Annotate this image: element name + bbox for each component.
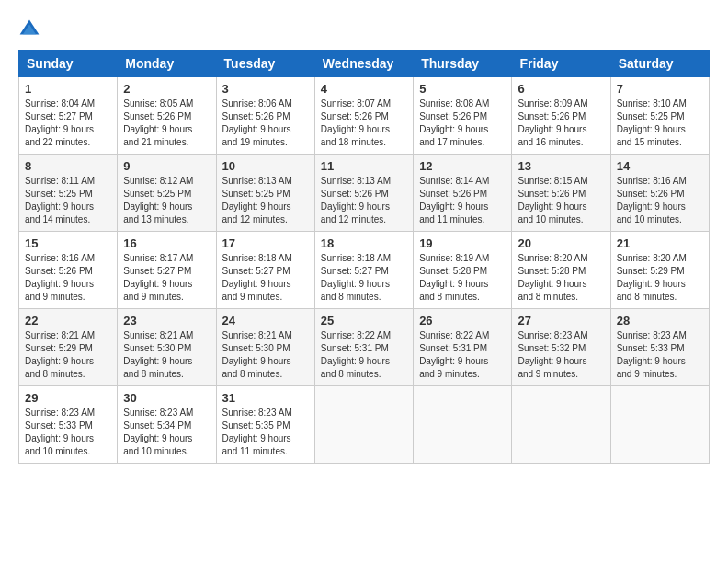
- week-row-1: 1 Sunrise: 8:04 AMSunset: 5:27 PMDayligh…: [19, 77, 710, 155]
- day-info: Sunrise: 8:04 AMSunset: 5:27 PMDaylight:…: [25, 98, 95, 147]
- weekday-header-friday: Friday: [512, 51, 610, 77]
- day-info: Sunrise: 8:08 AMSunset: 5:26 PMDaylight:…: [419, 98, 489, 147]
- calendar-cell: [512, 386, 610, 464]
- day-number: 16: [123, 236, 210, 250]
- day-number: 7: [617, 82, 703, 96]
- day-info: Sunrise: 8:23 AMSunset: 5:33 PMDaylight:…: [25, 408, 95, 456]
- calendar-cell: 27 Sunrise: 8:23 AMSunset: 5:32 PMDaylig…: [512, 309, 610, 386]
- logo: [18, 18, 44, 40]
- calendar-cell: 4 Sunrise: 8:07 AMSunset: 5:26 PMDayligh…: [314, 77, 413, 155]
- day-number: 15: [25, 236, 111, 250]
- calendar-cell: 11 Sunrise: 8:13 AMSunset: 5:26 PMDaylig…: [314, 155, 413, 232]
- day-number: 6: [518, 82, 604, 96]
- day-number: 4: [321, 82, 407, 96]
- calendar-cell: 6 Sunrise: 8:09 AMSunset: 5:26 PMDayligh…: [512, 77, 610, 155]
- day-info: Sunrise: 8:11 AMSunset: 5:25 PMDaylight:…: [25, 176, 95, 224]
- day-info: Sunrise: 8:21 AMSunset: 5:30 PMDaylight:…: [222, 330, 292, 379]
- day-info: Sunrise: 8:06 AMSunset: 5:26 PMDaylight:…: [222, 98, 292, 147]
- calendar-cell: [610, 386, 709, 464]
- day-info: Sunrise: 8:23 AMSunset: 5:34 PMDaylight:…: [123, 408, 193, 456]
- day-info: Sunrise: 8:13 AMSunset: 5:25 PMDaylight:…: [222, 176, 292, 224]
- calendar-cell: 31 Sunrise: 8:23 AMSunset: 5:35 PMDaylig…: [216, 386, 314, 464]
- week-row-2: 8 Sunrise: 8:11 AMSunset: 5:25 PMDayligh…: [19, 155, 710, 232]
- day-info: Sunrise: 8:23 AMSunset: 5:32 PMDaylight:…: [518, 330, 587, 379]
- calendar-cell: 5 Sunrise: 8:08 AMSunset: 5:26 PMDayligh…: [414, 77, 512, 155]
- day-info: Sunrise: 8:10 AMSunset: 5:25 PMDaylight:…: [617, 98, 687, 147]
- page-container: SundayMondayTuesdayWednesdayThursdayFrid…: [18, 18, 710, 464]
- weekday-header-tuesday: Tuesday: [216, 51, 314, 77]
- calendar-cell: 30 Sunrise: 8:23 AMSunset: 5:34 PMDaylig…: [118, 386, 216, 464]
- day-info: Sunrise: 8:21 AMSunset: 5:29 PMDaylight:…: [25, 330, 95, 379]
- day-number: 18: [321, 236, 407, 250]
- calendar-cell: 10 Sunrise: 8:13 AMSunset: 5:25 PMDaylig…: [216, 155, 314, 232]
- calendar-cell: 9 Sunrise: 8:12 AMSunset: 5:25 PMDayligh…: [118, 155, 216, 232]
- weekday-header-sunday: Sunday: [19, 51, 118, 77]
- calendar-table: SundayMondayTuesdayWednesdayThursdayFrid…: [18, 50, 710, 464]
- day-number: 11: [321, 159, 407, 173]
- day-number: 22: [25, 314, 111, 327]
- day-number: 14: [617, 159, 703, 173]
- day-number: 1: [25, 82, 111, 96]
- calendar-cell: 2 Sunrise: 8:05 AMSunset: 5:26 PMDayligh…: [118, 77, 216, 155]
- calendar-cell: 12 Sunrise: 8:14 AMSunset: 5:26 PMDaylig…: [414, 155, 512, 232]
- day-info: Sunrise: 8:23 AMSunset: 5:35 PMDaylight:…: [222, 408, 292, 456]
- calendar-cell: 19 Sunrise: 8:19 AMSunset: 5:28 PMDaylig…: [414, 232, 512, 309]
- day-info: Sunrise: 8:23 AMSunset: 5:33 PMDaylight:…: [617, 330, 687, 379]
- weekday-header-monday: Monday: [118, 51, 216, 77]
- day-number: 30: [123, 391, 210, 405]
- calendar-cell: 18 Sunrise: 8:18 AMSunset: 5:27 PMDaylig…: [314, 232, 413, 309]
- calendar-cell: 20 Sunrise: 8:20 AMSunset: 5:28 PMDaylig…: [512, 232, 610, 309]
- day-number: 12: [419, 159, 506, 173]
- day-info: Sunrise: 8:18 AMSunset: 5:27 PMDaylight:…: [222, 253, 292, 302]
- logo-icon: [18, 18, 40, 40]
- week-row-5: 29 Sunrise: 8:23 AMSunset: 5:33 PMDaylig…: [19, 386, 710, 464]
- day-number: 19: [419, 236, 506, 250]
- day-number: 9: [123, 159, 210, 173]
- day-number: 25: [321, 314, 407, 327]
- day-info: Sunrise: 8:20 AMSunset: 5:29 PMDaylight:…: [617, 253, 687, 302]
- week-row-4: 22 Sunrise: 8:21 AMSunset: 5:29 PMDaylig…: [19, 309, 710, 386]
- calendar-cell: 14 Sunrise: 8:16 AMSunset: 5:26 PMDaylig…: [610, 155, 709, 232]
- day-info: Sunrise: 8:05 AMSunset: 5:26 PMDaylight:…: [123, 98, 193, 147]
- day-number: 2: [123, 82, 210, 96]
- calendar-cell: 28 Sunrise: 8:23 AMSunset: 5:33 PMDaylig…: [610, 309, 709, 386]
- calendar-cell: 17 Sunrise: 8:18 AMSunset: 5:27 PMDaylig…: [216, 232, 314, 309]
- calendar-cell: 23 Sunrise: 8:21 AMSunset: 5:30 PMDaylig…: [118, 309, 216, 386]
- day-number: 8: [25, 159, 111, 173]
- day-info: Sunrise: 8:13 AMSunset: 5:26 PMDaylight:…: [321, 176, 391, 224]
- day-info: Sunrise: 8:16 AMSunset: 5:26 PMDaylight:…: [617, 176, 687, 224]
- weekday-header-thursday: Thursday: [414, 51, 512, 77]
- day-info: Sunrise: 8:18 AMSunset: 5:27 PMDaylight:…: [321, 253, 391, 302]
- day-number: 31: [222, 391, 309, 405]
- day-info: Sunrise: 8:19 AMSunset: 5:28 PMDaylight:…: [419, 253, 489, 302]
- day-info: Sunrise: 8:12 AMSunset: 5:25 PMDaylight:…: [123, 176, 193, 224]
- weekday-header-saturday: Saturday: [610, 51, 709, 77]
- day-number: 24: [222, 314, 309, 327]
- day-number: 3: [222, 82, 309, 96]
- calendar-cell: 24 Sunrise: 8:21 AMSunset: 5:30 PMDaylig…: [216, 309, 314, 386]
- day-number: 21: [617, 236, 703, 250]
- day-info: Sunrise: 8:17 AMSunset: 5:27 PMDaylight:…: [123, 253, 193, 302]
- calendar-cell: 3 Sunrise: 8:06 AMSunset: 5:26 PMDayligh…: [216, 77, 314, 155]
- calendar-cell: 8 Sunrise: 8:11 AMSunset: 5:25 PMDayligh…: [19, 155, 118, 232]
- calendar-cell: [414, 386, 512, 464]
- day-number: 28: [617, 314, 703, 327]
- calendar-cell: 13 Sunrise: 8:15 AMSunset: 5:26 PMDaylig…: [512, 155, 610, 232]
- day-number: 23: [123, 314, 210, 327]
- calendar-cell: 1 Sunrise: 8:04 AMSunset: 5:27 PMDayligh…: [19, 77, 118, 155]
- calendar-cell: 22 Sunrise: 8:21 AMSunset: 5:29 PMDaylig…: [19, 309, 118, 386]
- day-info: Sunrise: 8:15 AMSunset: 5:26 PMDaylight:…: [518, 176, 587, 224]
- calendar-cell: 16 Sunrise: 8:17 AMSunset: 5:27 PMDaylig…: [118, 232, 216, 309]
- day-number: 29: [25, 391, 111, 405]
- day-info: Sunrise: 8:14 AMSunset: 5:26 PMDaylight:…: [419, 176, 489, 224]
- week-row-3: 15 Sunrise: 8:16 AMSunset: 5:26 PMDaylig…: [19, 232, 710, 309]
- calendar-cell: 15 Sunrise: 8:16 AMSunset: 5:26 PMDaylig…: [19, 232, 118, 309]
- day-number: 13: [518, 159, 604, 173]
- day-info: Sunrise: 8:09 AMSunset: 5:26 PMDaylight:…: [518, 98, 587, 147]
- day-info: Sunrise: 8:21 AMSunset: 5:30 PMDaylight:…: [123, 330, 193, 379]
- calendar-cell: 25 Sunrise: 8:22 AMSunset: 5:31 PMDaylig…: [314, 309, 413, 386]
- calendar-cell: [314, 386, 413, 464]
- day-info: Sunrise: 8:22 AMSunset: 5:31 PMDaylight:…: [419, 330, 489, 379]
- day-info: Sunrise: 8:20 AMSunset: 5:28 PMDaylight:…: [518, 253, 587, 302]
- day-info: Sunrise: 8:22 AMSunset: 5:31 PMDaylight:…: [321, 330, 391, 379]
